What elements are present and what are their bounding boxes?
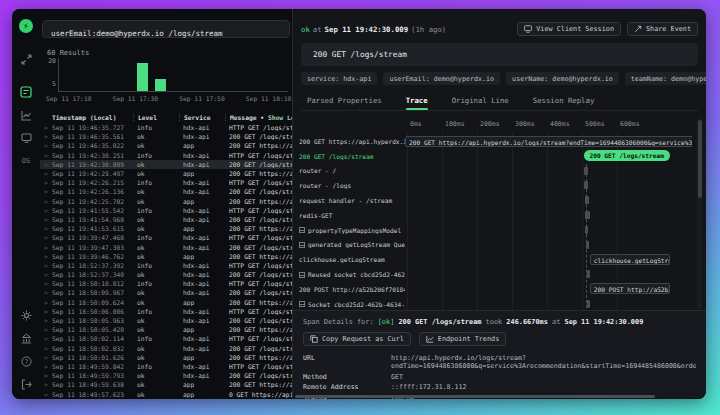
log-row[interactable]: >Sep 11 18:50:05.420okapp200 GET https:/… bbox=[40, 325, 292, 334]
view-client-session-button[interactable]: View Client Session bbox=[517, 22, 621, 36]
trace-span-row[interactable]: router - /logs bbox=[299, 178, 692, 193]
log-row[interactable]: >Sep 11 18:49:59.842infohdx-apiHTTP GET … bbox=[40, 362, 292, 371]
log-row[interactable]: >Sep 11 19:41:53.615okapp200 GET https:/… bbox=[40, 224, 292, 233]
tab-trace[interactable]: Trace bbox=[406, 93, 428, 110]
row-expand-chevron[interactable]: > bbox=[40, 308, 52, 315]
log-row[interactable]: >Sep 11 18:52:37.340okhdx-api200 GET /lo… bbox=[40, 270, 292, 279]
log-row[interactable]: >Sep 11 19:39:47.468infohdx-apiHTTP GET … bbox=[40, 233, 292, 242]
trace-span-row[interactable]: generated getLogStream Query bbox=[299, 238, 692, 253]
log-row[interactable]: >Sep 11 19:46:35.022okapp200 GET https:/… bbox=[40, 141, 292, 150]
tab-session-replay[interactable]: Session Replay bbox=[533, 93, 595, 110]
row-expand-chevron[interactable]: > bbox=[40, 363, 52, 370]
waterfall-scrollbar-thumb[interactable] bbox=[698, 120, 702, 198]
row-expand-chevron[interactable]: > bbox=[40, 289, 52, 296]
row-expand-chevron[interactable]: > bbox=[40, 152, 52, 159]
horizontal-scrollbar-thumb[interactable] bbox=[295, 395, 655, 398]
tab-original-line[interactable]: Original Line bbox=[452, 93, 509, 110]
tab-parsed-properties[interactable]: Parsed Properties bbox=[307, 93, 382, 110]
row-expand-chevron[interactable]: > bbox=[40, 381, 52, 388]
col-timestamp[interactable]: Timestamp (Local) bbox=[52, 114, 133, 121]
log-row[interactable]: >Sep 11 18:50:09.967okhdx-api200 GET /lo… bbox=[40, 288, 292, 297]
log-row[interactable]: >Sep 11 19:41:54.968okhdx-api200 GET /lo… bbox=[40, 215, 292, 224]
row-expand-chevron[interactable]: > bbox=[40, 133, 52, 140]
trace-span-row[interactable]: Socket cbcd25d2-462b-4634-… bbox=[299, 297, 692, 310]
row-expand-chevron[interactable]: > bbox=[40, 234, 52, 241]
settings-gear-icon[interactable] bbox=[18, 307, 34, 323]
hyperdx-logo-icon[interactable]: ⚡ bbox=[19, 19, 33, 33]
log-row[interactable]: >Sep 11 18:49:57.623okapp0 GET https://a… bbox=[40, 389, 292, 398]
log-row[interactable]: >Sep 11 18:50:01.626okapp200 GET https:/… bbox=[40, 353, 292, 362]
log-row[interactable]: >Sep 11 19:46:35.561okhdx-api200 GET /lo… bbox=[40, 132, 292, 141]
log-row[interactable]: >Sep 11 19:42:29.497okapp200 GET https:/… bbox=[40, 169, 292, 178]
log-row[interactable]: >Sep 11 18:49:59.638okapp200 GET https:/… bbox=[40, 380, 292, 389]
team-building-icon[interactable] bbox=[18, 330, 34, 346]
live-tail-icon[interactable] bbox=[18, 51, 34, 67]
row-expand-chevron[interactable]: > bbox=[40, 207, 52, 214]
trace-span-row[interactable]: router - / bbox=[299, 164, 692, 179]
trace-span-row[interactable]: redis-GET bbox=[299, 208, 692, 223]
row-expand-chevron[interactable]: > bbox=[40, 244, 52, 251]
histogram-bar[interactable] bbox=[155, 79, 166, 91]
row-expand-chevron[interactable]: > bbox=[40, 326, 52, 333]
row-expand-chevron[interactable]: > bbox=[40, 161, 52, 168]
log-row[interactable]: >Sep 11 18:52:37.392infohdx-apiHTTP GET … bbox=[40, 261, 292, 270]
search-logs-icon[interactable] bbox=[18, 84, 34, 100]
event-tag-chip[interactable]: userEmail: demo@hyperdx.io bbox=[383, 72, 500, 85]
os-panel-icon[interactable]: OS bbox=[18, 153, 34, 169]
log-row[interactable]: >Sep 11 19:42:26.136okhdx-api200 GET /lo… bbox=[40, 187, 292, 196]
span-bar[interactable]: 200 GET https://api.hyperdx.io/logs/stre… bbox=[405, 136, 692, 147]
trace-span-row[interactable]: 200 POST http://a52b206f701844a4…200 POS… bbox=[299, 282, 692, 297]
row-expand-chevron[interactable]: > bbox=[40, 354, 52, 361]
log-row[interactable]: >Sep 11 18:50:06.006infohdx-apiHTTP GET … bbox=[40, 307, 292, 316]
log-row[interactable]: >Sep 11 19:41:55.542infohdx-apiHTTP GET … bbox=[40, 206, 292, 215]
endpoint-trends-button[interactable]: Endpoint Trends bbox=[419, 332, 506, 346]
row-expand-chevron[interactable]: > bbox=[40, 335, 52, 342]
log-row[interactable]: >Sep 11 19:46:35.727infohdx-apiHTTP GET … bbox=[40, 123, 292, 132]
help-icon[interactable]: ? bbox=[18, 353, 34, 369]
row-expand-chevron[interactable]: > bbox=[40, 198, 52, 205]
trace-span-row[interactable]: clickhouse.getLogStreamclickhouse.getLog… bbox=[299, 252, 692, 267]
row-expand-chevron[interactable]: > bbox=[40, 317, 52, 324]
span-bar[interactable]: clickhouse.getLogStream bbox=[590, 254, 670, 265]
trace-span-row[interactable]: propertyTypeMappingsModel ini… bbox=[299, 223, 692, 238]
span-bar[interactable]: 200 POST http://a52b206f bbox=[590, 283, 670, 294]
span-bar[interactable]: 200 GET /logs/stream bbox=[584, 150, 670, 161]
col-service[interactable]: Service bbox=[179, 114, 225, 121]
chart-explorer-icon[interactable] bbox=[18, 107, 34, 123]
trace-span-row[interactable]: 200 GET /logs/stream200 GET /logs/stream bbox=[299, 149, 692, 164]
row-expand-chevron[interactable]: > bbox=[40, 271, 52, 278]
event-tag-chip[interactable]: userName: demo@hyperdx.io bbox=[506, 72, 619, 85]
log-row[interactable]: >Sep 11 18:49:59.793okhdx-api200 GET /lo… bbox=[40, 371, 292, 380]
log-row[interactable]: >Sep 11 19:42:26.215infohdx-apiHTTP GET … bbox=[40, 178, 292, 187]
row-expand-chevron[interactable]: > bbox=[40, 225, 52, 232]
row-expand-chevron[interactable]: > bbox=[40, 124, 52, 131]
sessions-icon[interactable] bbox=[18, 130, 34, 146]
logout-icon[interactable] bbox=[18, 376, 34, 392]
row-expand-chevron[interactable]: > bbox=[40, 299, 52, 306]
span-bar[interactable] bbox=[587, 270, 590, 278]
trace-span-row[interactable]: request handler - /stream bbox=[299, 193, 692, 208]
row-expand-chevron[interactable]: > bbox=[40, 262, 52, 269]
event-tag-chip[interactable]: service: hdx-api bbox=[301, 72, 377, 85]
log-row[interactable]: >Sep 11 18:50:02.032okhdx-api200 GET /lo… bbox=[40, 344, 292, 353]
copy-request-as-curl-button[interactable]: Copy Request as Curl bbox=[303, 332, 411, 346]
row-expand-chevron[interactable]: > bbox=[40, 372, 52, 379]
search-input[interactable] bbox=[43, 26, 289, 42]
span-bar[interactable] bbox=[587, 300, 590, 308]
row-expand-chevron[interactable]: > bbox=[40, 280, 52, 287]
log-row[interactable]: >Sep 11 18:50:09.624okapp200 GET https:/… bbox=[40, 298, 292, 307]
histogram-bar[interactable] bbox=[137, 63, 148, 91]
row-expand-chevron[interactable]: > bbox=[40, 253, 52, 260]
log-row[interactable]: >Sep 11 19:42:25.782okapp200 GET https:/… bbox=[40, 197, 292, 206]
trace-span-row[interactable]: 200 GET https://api.hyperdx.io/l…200 GET… bbox=[299, 134, 692, 149]
log-row[interactable]: >Sep 11 19:39:47.303okhdx-api200 GET /lo… bbox=[40, 242, 292, 251]
log-row[interactable]: >Sep 11 19:42:30.251infohdx-apiHTTP GET … bbox=[40, 151, 292, 160]
log-row[interactable]: >Sep 11 19:42:30.009okhdx-api200 GET /lo… bbox=[40, 160, 292, 169]
col-level[interactable]: Level bbox=[133, 114, 179, 121]
log-row[interactable]: >Sep 11 19:39:46.762okapp200 GET https:/… bbox=[40, 252, 292, 261]
trace-span-row[interactable]: Reused socket cbcd25d2-462b-4… bbox=[299, 267, 692, 282]
show-log-patterns-link[interactable]: Show Log Patterns bbox=[268, 114, 292, 121]
row-expand-chevron[interactable]: > bbox=[40, 170, 52, 177]
share-event-button[interactable]: Share Event bbox=[627, 22, 698, 36]
log-row[interactable]: >Sep 11 18:50:02.114infohdx-apiHTTP GET … bbox=[40, 334, 292, 343]
